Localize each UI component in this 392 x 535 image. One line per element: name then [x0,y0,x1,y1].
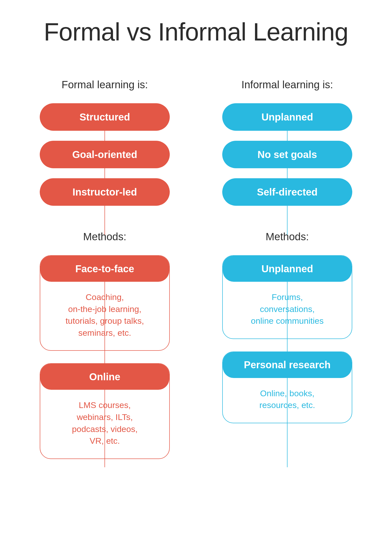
informal-column: Informal learning is: Unplanned No set g… [217,79,357,472]
formal-column: Formal learning is: Structured Goal-orie… [35,79,175,472]
card-body: Coaching, on-the-job learning, tutorials… [40,282,169,350]
card-body: Forums, conversations, online communitie… [223,282,352,338]
formal-trait-pill: Goal-oriented [40,141,170,168]
card-body: Online, books, resources, etc. [223,378,352,423]
formal-trait-pill: Instructor-led [40,178,170,206]
informal-method-card: Unplanned Forums, conversations, online … [222,255,352,339]
informal-method-card: Personal research Online, books, resourc… [222,352,352,423]
informal-trait-pill: Unplanned [222,103,352,131]
columns-wrapper: Formal learning is: Structured Goal-orie… [12,79,380,472]
card-title: Face-to-face [40,256,169,282]
page-title: Formal vs Informal Learning [12,18,380,46]
formal-trait-pill: Structured [40,103,170,131]
formal-method-card: Online LMS courses, webinars, ILTs, podc… [40,363,170,459]
informal-trait-pill: No set goals [222,141,352,168]
formal-method-card: Face-to-face Coaching, on-the-job learni… [40,255,170,351]
informal-trait-pill: Self-directed [222,178,352,206]
card-title: Personal research [223,352,352,378]
card-title: Online [40,364,169,390]
informal-heading: Informal learning is: [242,79,333,91]
card-title: Unplanned [223,256,352,282]
card-body: LMS courses, webinars, ILTs, podcasts, v… [40,390,169,458]
formal-heading: Formal learning is: [62,79,148,91]
